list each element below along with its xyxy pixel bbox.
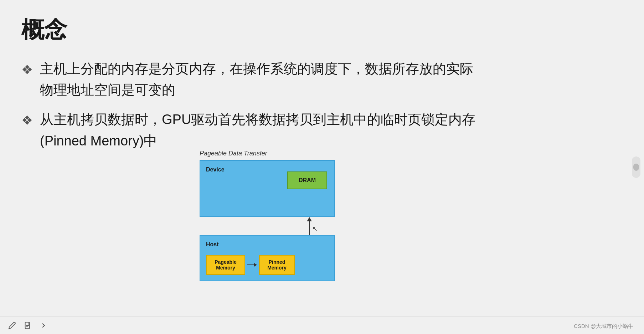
diagram-title: Pageable Data Transfer — [200, 150, 335, 157]
bullet-text-2: 从主机拷贝数据时，GPU驱动首先将数据拷贝到主机中的临时页锁定内存 (Pinne… — [40, 110, 623, 150]
device-box: Device DRAM — [200, 160, 335, 217]
scroll-indicator[interactable] — [632, 156, 640, 178]
diagram-area: Pageable Data Transfer Device DRAM ↖ Hos… — [200, 150, 335, 281]
device-label: Device — [206, 166, 225, 173]
slide-title: 概念 — [21, 14, 623, 45]
bottom-icons — [7, 320, 48, 330]
arrow-right-icon — [247, 263, 257, 267]
list-item: ❖ 从主机拷贝数据时，GPU驱动首先将数据拷贝到主机中的临时页锁定内存 (Pin… — [21, 110, 623, 150]
memory-boxes: PageableMemory PinnedMemory — [206, 255, 329, 275]
pageable-memory-box: PageableMemory — [206, 255, 245, 275]
forward-icon[interactable] — [38, 320, 48, 330]
arrow-line — [309, 221, 310, 235]
arrow-head — [307, 217, 312, 221]
document-icon[interactable] — [23, 320, 33, 330]
host-label: Host — [206, 241, 219, 247]
cursor-icon: ↖ — [312, 225, 316, 231]
bottom-bar: CSDN @大城市的小蜗牛 — [0, 316, 644, 334]
list-item: ❖ 主机上分配的内存是分页内存，在操作系统的调度下，数据所存放的实际 物理地址空… — [21, 60, 623, 99]
pencil-icon[interactable] — [7, 320, 17, 330]
bullet-text-1: 主机上分配的内存是分页内存，在操作系统的调度下，数据所存放的实际 物理地址空间是… — [40, 60, 623, 99]
vertical-arrow: ↖ — [200, 217, 335, 235]
slide-container: 概念 ❖ 主机上分配的内存是分页内存，在操作系统的调度下，数据所存放的实际 物理… — [0, 0, 644, 334]
bullet-diamond-1: ❖ — [21, 61, 33, 79]
host-box: Host PageableMemory PinnedMemory — [200, 235, 335, 281]
bullet-diamond-2: ❖ — [21, 112, 33, 129]
pinned-memory-box: PinnedMemory — [259, 255, 295, 275]
scroll-thumb — [633, 164, 639, 171]
dram-box: DRAM — [287, 171, 327, 189]
v-arrow-container — [307, 217, 312, 235]
watermark: CSDN @大城市的小蜗牛 — [574, 323, 633, 330]
bullet-list: ❖ 主机上分配的内存是分页内存，在操作系统的调度下，数据所存放的实际 物理地址空… — [21, 60, 623, 150]
